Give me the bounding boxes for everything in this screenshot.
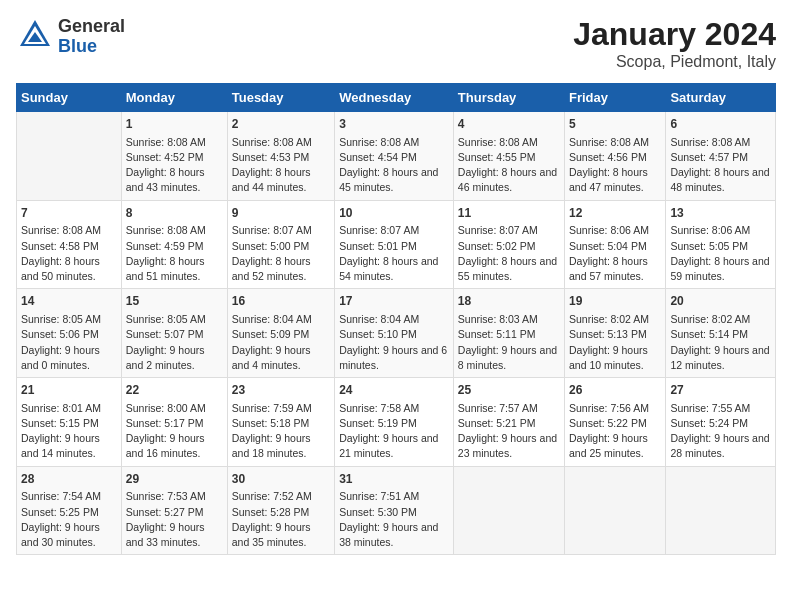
calendar-cell: 8Sunrise: 8:08 AMSunset: 4:59 PMDaylight…: [121, 200, 227, 289]
day-number: 3: [339, 116, 449, 133]
calendar-cell: 18Sunrise: 8:03 AMSunset: 5:11 PMDayligh…: [453, 289, 564, 378]
calendar-cell: 14Sunrise: 8:05 AMSunset: 5:06 PMDayligh…: [17, 289, 122, 378]
header-tuesday: Tuesday: [227, 84, 334, 112]
day-number: 10: [339, 205, 449, 222]
day-info: Sunrise: 7:52 AMSunset: 5:28 PMDaylight:…: [232, 489, 330, 550]
day-info: Sunrise: 7:59 AMSunset: 5:18 PMDaylight:…: [232, 401, 330, 462]
day-number: 31: [339, 471, 449, 488]
calendar-week-row: 21Sunrise: 8:01 AMSunset: 5:15 PMDayligh…: [17, 378, 776, 467]
day-info: Sunrise: 8:06 AMSunset: 5:04 PMDaylight:…: [569, 223, 661, 284]
day-number: 29: [126, 471, 223, 488]
logo: General Blue: [16, 16, 125, 58]
calendar-cell: 7Sunrise: 8:08 AMSunset: 4:58 PMDaylight…: [17, 200, 122, 289]
calendar-cell: 31Sunrise: 7:51 AMSunset: 5:30 PMDayligh…: [335, 466, 454, 555]
calendar-cell: 9Sunrise: 8:07 AMSunset: 5:00 PMDaylight…: [227, 200, 334, 289]
calendar-header-row: SundayMondayTuesdayWednesdayThursdayFrid…: [17, 84, 776, 112]
calendar-cell: 29Sunrise: 7:53 AMSunset: 5:27 PMDayligh…: [121, 466, 227, 555]
logo-icon: [16, 16, 54, 54]
calendar-week-row: 7Sunrise: 8:08 AMSunset: 4:58 PMDaylight…: [17, 200, 776, 289]
calendar-week-row: 14Sunrise: 8:05 AMSunset: 5:06 PMDayligh…: [17, 289, 776, 378]
calendar-cell: 4Sunrise: 8:08 AMSunset: 4:55 PMDaylight…: [453, 112, 564, 201]
calendar-cell: 12Sunrise: 8:06 AMSunset: 5:04 PMDayligh…: [565, 200, 666, 289]
day-info: Sunrise: 8:08 AMSunset: 4:54 PMDaylight:…: [339, 135, 449, 196]
day-info: Sunrise: 8:00 AMSunset: 5:17 PMDaylight:…: [126, 401, 223, 462]
calendar-cell: 3Sunrise: 8:08 AMSunset: 4:54 PMDaylight…: [335, 112, 454, 201]
calendar-cell: 21Sunrise: 8:01 AMSunset: 5:15 PMDayligh…: [17, 378, 122, 467]
calendar-cell: 2Sunrise: 8:08 AMSunset: 4:53 PMDaylight…: [227, 112, 334, 201]
day-info: Sunrise: 8:05 AMSunset: 5:07 PMDaylight:…: [126, 312, 223, 373]
day-number: 13: [670, 205, 771, 222]
day-info: Sunrise: 8:08 AMSunset: 4:57 PMDaylight:…: [670, 135, 771, 196]
calendar-cell: [666, 466, 776, 555]
day-info: Sunrise: 8:08 AMSunset: 4:58 PMDaylight:…: [21, 223, 117, 284]
day-info: Sunrise: 8:03 AMSunset: 5:11 PMDaylight:…: [458, 312, 560, 373]
day-number: 24: [339, 382, 449, 399]
header-sunday: Sunday: [17, 84, 122, 112]
day-info: Sunrise: 7:57 AMSunset: 5:21 PMDaylight:…: [458, 401, 560, 462]
calendar-week-row: 28Sunrise: 7:54 AMSunset: 5:25 PMDayligh…: [17, 466, 776, 555]
day-number: 30: [232, 471, 330, 488]
day-number: 4: [458, 116, 560, 133]
calendar-cell: 19Sunrise: 8:02 AMSunset: 5:13 PMDayligh…: [565, 289, 666, 378]
calendar-cell: 26Sunrise: 7:56 AMSunset: 5:22 PMDayligh…: [565, 378, 666, 467]
calendar-cell: 23Sunrise: 7:59 AMSunset: 5:18 PMDayligh…: [227, 378, 334, 467]
calendar-cell: [17, 112, 122, 201]
day-info: Sunrise: 8:01 AMSunset: 5:15 PMDaylight:…: [21, 401, 117, 462]
title-block: January 2024 Scopa, Piedmont, Italy: [573, 16, 776, 71]
day-info: Sunrise: 7:51 AMSunset: 5:30 PMDaylight:…: [339, 489, 449, 550]
day-info: Sunrise: 8:08 AMSunset: 4:56 PMDaylight:…: [569, 135, 661, 196]
header-monday: Monday: [121, 84, 227, 112]
day-number: 28: [21, 471, 117, 488]
day-info: Sunrise: 8:07 AMSunset: 5:02 PMDaylight:…: [458, 223, 560, 284]
calendar-week-row: 1Sunrise: 8:08 AMSunset: 4:52 PMDaylight…: [17, 112, 776, 201]
calendar-cell: 24Sunrise: 7:58 AMSunset: 5:19 PMDayligh…: [335, 378, 454, 467]
day-info: Sunrise: 8:08 AMSunset: 4:59 PMDaylight:…: [126, 223, 223, 284]
day-info: Sunrise: 8:02 AMSunset: 5:13 PMDaylight:…: [569, 312, 661, 373]
day-info: Sunrise: 8:07 AMSunset: 5:01 PMDaylight:…: [339, 223, 449, 284]
calendar-cell: 15Sunrise: 8:05 AMSunset: 5:07 PMDayligh…: [121, 289, 227, 378]
day-number: 18: [458, 293, 560, 310]
day-info: Sunrise: 7:58 AMSunset: 5:19 PMDaylight:…: [339, 401, 449, 462]
day-number: 1: [126, 116, 223, 133]
day-number: 2: [232, 116, 330, 133]
calendar-cell: [453, 466, 564, 555]
calendar-title: January 2024: [573, 16, 776, 53]
day-number: 26: [569, 382, 661, 399]
calendar-cell: 17Sunrise: 8:04 AMSunset: 5:10 PMDayligh…: [335, 289, 454, 378]
day-info: Sunrise: 8:07 AMSunset: 5:00 PMDaylight:…: [232, 223, 330, 284]
day-number: 20: [670, 293, 771, 310]
logo-general-text: General: [58, 17, 125, 37]
day-info: Sunrise: 8:04 AMSunset: 5:10 PMDaylight:…: [339, 312, 449, 373]
day-info: Sunrise: 8:08 AMSunset: 4:53 PMDaylight:…: [232, 135, 330, 196]
calendar-cell: 30Sunrise: 7:52 AMSunset: 5:28 PMDayligh…: [227, 466, 334, 555]
calendar-cell: 13Sunrise: 8:06 AMSunset: 5:05 PMDayligh…: [666, 200, 776, 289]
calendar-cell: 27Sunrise: 7:55 AMSunset: 5:24 PMDayligh…: [666, 378, 776, 467]
day-number: 23: [232, 382, 330, 399]
calendar-subtitle: Scopa, Piedmont, Italy: [573, 53, 776, 71]
day-info: Sunrise: 7:56 AMSunset: 5:22 PMDaylight:…: [569, 401, 661, 462]
calendar-cell: 10Sunrise: 8:07 AMSunset: 5:01 PMDayligh…: [335, 200, 454, 289]
day-number: 22: [126, 382, 223, 399]
day-info: Sunrise: 8:05 AMSunset: 5:06 PMDaylight:…: [21, 312, 117, 373]
day-info: Sunrise: 7:54 AMSunset: 5:25 PMDaylight:…: [21, 489, 117, 550]
day-number: 14: [21, 293, 117, 310]
header-friday: Friday: [565, 84, 666, 112]
day-number: 8: [126, 205, 223, 222]
calendar-cell: 11Sunrise: 8:07 AMSunset: 5:02 PMDayligh…: [453, 200, 564, 289]
logo-blue-text: Blue: [58, 37, 125, 57]
day-number: 11: [458, 205, 560, 222]
day-info: Sunrise: 8:04 AMSunset: 5:09 PMDaylight:…: [232, 312, 330, 373]
day-info: Sunrise: 8:08 AMSunset: 4:55 PMDaylight:…: [458, 135, 560, 196]
calendar-cell: [565, 466, 666, 555]
calendar-cell: 28Sunrise: 7:54 AMSunset: 5:25 PMDayligh…: [17, 466, 122, 555]
calendar-cell: 25Sunrise: 7:57 AMSunset: 5:21 PMDayligh…: [453, 378, 564, 467]
calendar-cell: 20Sunrise: 8:02 AMSunset: 5:14 PMDayligh…: [666, 289, 776, 378]
day-number: 12: [569, 205, 661, 222]
day-number: 21: [21, 382, 117, 399]
calendar-cell: 6Sunrise: 8:08 AMSunset: 4:57 PMDaylight…: [666, 112, 776, 201]
header-thursday: Thursday: [453, 84, 564, 112]
day-info: Sunrise: 7:55 AMSunset: 5:24 PMDaylight:…: [670, 401, 771, 462]
day-info: Sunrise: 8:06 AMSunset: 5:05 PMDaylight:…: [670, 223, 771, 284]
day-number: 25: [458, 382, 560, 399]
header-wednesday: Wednesday: [335, 84, 454, 112]
